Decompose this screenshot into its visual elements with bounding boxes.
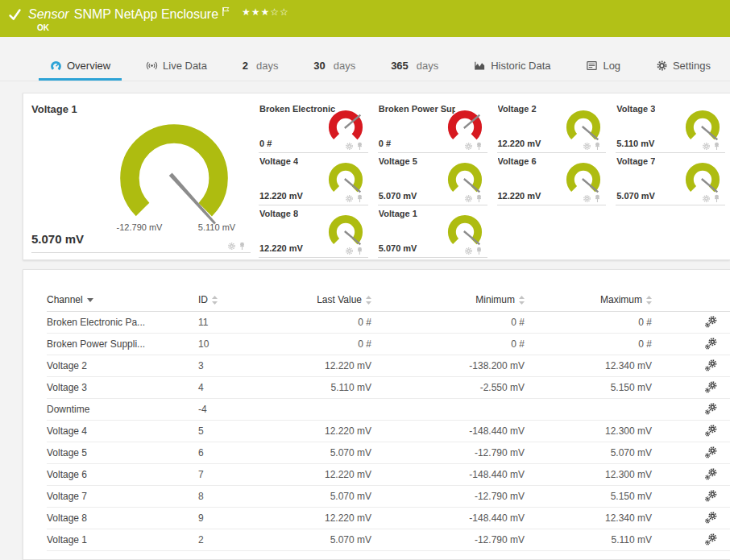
column-header-minimum[interactable]: Minimum xyxy=(371,289,525,311)
pin-icon[interactable] xyxy=(713,194,720,203)
table-row[interactable]: Voltage 6 7 12.220 mV -148.440 mV 12.300… xyxy=(47,463,730,485)
channel-settings-icon[interactable] xyxy=(705,446,717,458)
gear-icon[interactable] xyxy=(702,194,711,203)
gear-icon[interactable] xyxy=(345,142,354,151)
tab-settings[interactable]: Settings xyxy=(645,52,722,81)
tab-log[interactable]: Log xyxy=(574,52,632,81)
table-row[interactable]: Voltage 8 9 12.220 mV -148.440 mV 12.340… xyxy=(47,507,730,529)
gear-icon[interactable] xyxy=(583,194,591,203)
tab-label: Settings xyxy=(673,60,711,72)
gauge-value: 12.220 mV xyxy=(259,191,303,201)
cell-channel: Voltage 1 xyxy=(47,529,198,550)
channel-settings-icon[interactable] xyxy=(705,403,717,415)
channel-settings-icon[interactable] xyxy=(705,533,717,545)
gauge-min-label: -12.790 mV xyxy=(111,222,168,232)
column-label: Last Value xyxy=(317,294,362,305)
tab-live-data[interactable]: Live Data xyxy=(135,52,218,81)
cell-channel: Broken Electronic Pa... xyxy=(47,311,198,333)
pin-icon[interactable] xyxy=(475,142,483,151)
cell-maximum: 0 # xyxy=(525,333,652,355)
cell-channel: Voltage 2 xyxy=(47,355,198,376)
column-header-channel[interactable]: Channel xyxy=(47,289,198,311)
channel-settings-icon[interactable] xyxy=(705,490,717,502)
cell-id: 7 xyxy=(198,463,291,485)
tab-30-days[interactable]: 30 days xyxy=(302,52,367,81)
channel-settings-icon[interactable] xyxy=(705,468,717,480)
cell-minimum: 0 # xyxy=(371,333,525,355)
channel-settings-icon[interactable] xyxy=(705,316,717,328)
pin-icon[interactable] xyxy=(475,247,483,255)
pin-icon[interactable] xyxy=(594,194,601,203)
tab-2-days[interactable]: 2 days xyxy=(231,52,290,81)
cell-last-value: 0 # xyxy=(291,311,371,333)
gear-icon[interactable] xyxy=(464,247,473,255)
stars-filled: ★★★ xyxy=(242,6,270,18)
cell-id: 6 xyxy=(198,442,291,463)
sort-both-icon xyxy=(366,296,371,305)
gauges-panel: Voltage 1 -12.790 mV 5.110 mV 5.070 mV xyxy=(23,93,730,260)
column-header-maximum[interactable]: Maximum xyxy=(525,289,652,311)
pin-icon[interactable] xyxy=(475,194,483,203)
pin-icon[interactable] xyxy=(356,194,363,203)
gear-icon[interactable] xyxy=(583,142,591,151)
channel-settings-icon[interactable] xyxy=(705,512,717,524)
cell-last-value: 0 # xyxy=(291,333,371,355)
pin-icon[interactable] xyxy=(594,142,601,151)
table-row[interactable]: Broken Power Suppli... 10 0 # 0 # 0 # xyxy=(47,333,730,355)
sensor-kind-label: Sensor xyxy=(28,7,69,22)
gear-icon[interactable] xyxy=(345,247,354,255)
table-row[interactable]: Voltage 1 2 5.070 mV -12.790 mV 5.110 mV xyxy=(47,529,730,550)
priority-flag-icon xyxy=(222,6,230,17)
gauge-value: 0 # xyxy=(259,139,272,148)
channel-settings-icon[interactable] xyxy=(705,338,717,350)
pin-icon[interactable] xyxy=(238,242,246,251)
cell-maximum: 5.110 mV xyxy=(525,529,652,550)
cell-last-value: 5.070 mV xyxy=(291,529,371,550)
table-row[interactable]: Voltage 5 6 5.070 mV -12.790 mV 5.070 mV xyxy=(47,442,730,463)
gauge-icon xyxy=(50,60,62,72)
gauge-value: 0 # xyxy=(379,139,391,148)
sort-desc-icon xyxy=(87,298,93,302)
primary-gauge-tile: Voltage 1 -12.790 mV 5.110 mV 5.070 mV xyxy=(31,103,251,253)
cell-last-value: 12.220 mV xyxy=(291,463,371,485)
cell-channel: Voltage 6 xyxy=(47,463,198,485)
tab-historic-data[interactable]: Historic Data xyxy=(462,52,562,81)
table-row[interactable]: Voltage 3 4 5.110 mV -2.550 mV 5.150 mV xyxy=(47,376,730,398)
gear-icon[interactable] xyxy=(345,194,354,203)
pin-icon[interactable] xyxy=(356,247,363,255)
page-title: SNMP NetApp Enclosure xyxy=(74,7,218,22)
gear-icon[interactable] xyxy=(702,142,711,151)
cell-minimum: -12.790 mV xyxy=(371,529,525,550)
table-row[interactable]: Voltage 7 8 5.070 mV -12.790 mV 5.150 mV xyxy=(47,485,730,507)
gear-icon[interactable] xyxy=(227,242,236,251)
cell-last-value: 12.220 mV xyxy=(291,507,371,529)
table-row[interactable]: Voltage 2 3 12.220 mV -138.200 mV 12.340… xyxy=(47,355,730,376)
gauge-tile: Broken Power Supplies 0 # xyxy=(378,103,487,153)
gauge-value: 12.220 mV xyxy=(498,191,541,201)
tab-overview[interactable]: Overview xyxy=(39,52,122,81)
pin-icon[interactable] xyxy=(356,142,363,151)
cell-channel: Voltage 4 xyxy=(47,420,198,442)
gauge-tile: Voltage 8 12.220 mV xyxy=(259,208,368,258)
channel-settings-icon[interactable] xyxy=(705,359,717,371)
cell-id: 11 xyxy=(198,311,291,333)
column-label: Maximum xyxy=(600,294,642,305)
column-header-last-value[interactable]: Last Value xyxy=(291,289,371,311)
table-row[interactable]: Broken Electronic Pa... 11 0 # 0 # 0 # xyxy=(47,311,730,333)
channel-settings-icon[interactable] xyxy=(705,425,717,437)
table-row[interactable]: Voltage 4 5 12.220 mV -148.440 mV 12.300… xyxy=(47,420,730,442)
cell-channel: Voltage 8 xyxy=(47,507,198,529)
gauge-value: 5.110 mV xyxy=(616,139,654,148)
gauge-value: 5.070 mV xyxy=(379,191,417,201)
gauge-tile: Broken Electronic Parts 0 # xyxy=(259,103,368,153)
favorite-rating-stars[interactable]: ★★★☆☆ xyxy=(242,6,289,18)
table-row[interactable]: Downtime -4 xyxy=(47,398,730,420)
gear-icon[interactable] xyxy=(464,142,473,151)
gear-icon[interactable] xyxy=(464,194,473,203)
cell-id: 9 xyxy=(198,507,291,529)
pin-icon[interactable] xyxy=(713,142,720,151)
column-header-id[interactable]: ID xyxy=(198,289,291,311)
channel-settings-icon[interactable] xyxy=(705,381,717,393)
sort-both-icon xyxy=(519,296,525,305)
tab-365-days[interactable]: 365 days xyxy=(380,52,450,81)
